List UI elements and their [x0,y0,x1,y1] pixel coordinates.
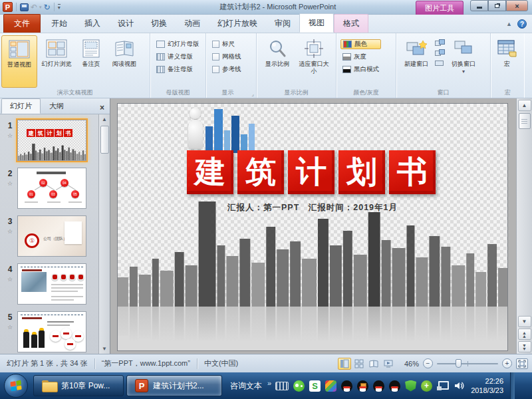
tab-slides[interactable]: 幻灯片 [1,98,41,114]
collapse-ribbon-icon[interactable]: ▲ [506,21,512,27]
sogou-tray-icon[interactable]: S [309,380,321,392]
main-scrollbar[interactable]: ▲ ▼ ▲▲ ▼▼ [516,98,532,354]
notes-page-button[interactable]: 备注页 [76,35,106,88]
reading-view-icon [113,39,136,59]
arrange-all-icon[interactable] [435,39,445,47]
black-white-icon [342,66,351,73]
scroll-down-icon[interactable]: ▼ [100,344,110,354]
taskbar-clock[interactable]: 22:26 2018/3/23 [471,376,503,395]
slide-thumbnail-4[interactable]: 4 ☆ [3,263,97,305]
slide-thumbnail-1[interactable]: 1 ☆ 建 筑 计 划 书 [3,120,97,161]
slide-thumbnail-3[interactable]: 3 ☆ ① 公司（团队）介绍 [3,215,97,257]
tab-insert[interactable]: 插入 [76,15,109,33]
reading-view-shortcut[interactable] [367,358,380,370]
zoom-slider-thumb[interactable] [456,359,462,368]
language-indicator[interactable]: 中文(中国) [198,358,245,368]
tab-view[interactable]: 视图 [299,13,334,33]
redo-icon[interactable]: ↻ [44,3,51,11]
slide-number: 3 [8,217,13,226]
zoom-in-button[interactable]: + [502,358,512,368]
magnifier-icon [267,39,287,59]
taskbar-item-powerpoint[interactable]: P 建筑计划书2... [126,375,222,396]
scrollbar-thumb[interactable] [519,113,531,129]
cascade-icon[interactable] [435,49,445,57]
new-window-icon [405,39,428,59]
help-icon[interactable]: ? [517,19,527,29]
new-window-button[interactable]: 新建窗口 [398,35,435,88]
slide-sorter-button[interactable]: 幻灯片浏览 [37,35,76,88]
security-shield-tray-icon[interactable] [405,380,416,392]
tab-animations[interactable]: 动画 [176,15,209,33]
slideshow-shortcut[interactable] [382,358,395,370]
color-button[interactable]: 颜色 [340,39,381,49]
qq-music-tray-icon[interactable] [357,380,368,392]
ruler-checkbox[interactable]: 标尺 [210,39,243,49]
save-icon[interactable] [20,3,29,11]
scrollbar-thumb[interactable] [100,126,109,154]
keyboard-tray-icon[interactable] [275,382,289,390]
handout-master-button[interactable]: 讲义母版 [154,52,201,62]
slides-panel-scrollbar[interactable]: ▲ ▼ [98,114,110,354]
network-tray-icon[interactable] [437,381,449,390]
scroll-up-icon[interactable]: ▲ [100,114,110,124]
tab-file[interactable]: 文件 [3,14,41,33]
volume-tray-icon[interactable] [454,380,464,391]
tab-outline[interactable]: 大纲 [41,98,72,114]
start-button[interactable] [4,374,28,398]
powerpoint-app-icon[interactable]: P [3,2,13,12]
notes-master-button[interactable]: 备注母版 [154,65,201,74]
previous-slide-button[interactable]: ▲▲ [518,329,531,340]
toolbar-chevron-icon[interactable]: » [267,379,271,387]
taskbar-toolbar-label[interactable]: 咨询文本 [225,380,267,392]
restore-button[interactable] [488,0,506,11]
tab-review[interactable]: 审阅 [266,15,299,33]
guides-checkbox[interactable]: 参考线 [210,65,243,74]
zoom-slider[interactable] [437,363,498,364]
antivirus-tray-icon[interactable] [421,380,432,392]
tab-slideshow[interactable]: 幻灯片放映 [209,15,266,33]
slide-thumbnail-2[interactable]: 2 ☆ 02 04 01 03 05 [3,168,97,209]
fit-slide-button[interactable] [516,358,528,369]
wechat-tray-icon[interactable] [293,380,305,392]
switch-window-button[interactable]: 切换窗口 ▾ [445,35,482,88]
tab-format[interactable]: 格式 [334,14,368,33]
slide-number: 1 [8,121,13,130]
normal-view-shortcut[interactable] [338,358,351,370]
gridlines-checkbox[interactable]: 网格线 [210,52,243,62]
qq-tray-icon[interactable] [389,380,400,392]
undo-dropdown-icon[interactable]: ▾ [39,3,42,11]
slide-thumbnail-5[interactable]: 5 ☆ [3,311,97,352]
reading-view-button[interactable]: 阅读视图 [106,35,142,88]
black-white-button[interactable]: 黑白模式 [340,65,381,74]
tab-transitions[interactable]: 切换 [142,15,176,33]
slide-master-button[interactable]: 幻灯片母版 [154,39,201,49]
slide-master-icon [156,41,165,48]
tab-home[interactable]: 开始 [43,15,76,33]
tab-design[interactable]: 设计 [109,15,142,33]
qq-tray-icon[interactable] [341,380,352,392]
input-method-tray-icon[interactable] [325,380,336,392]
slide-sorter-shortcut[interactable] [352,358,366,370]
taskbar-item-folder[interactable]: 第10章 Pow... [33,375,124,396]
grayscale-button[interactable]: 灰度 [340,52,381,62]
zoom-button[interactable]: 显示比例 [258,35,297,88]
show-desktop-button[interactable] [510,372,515,399]
zoom-out-button[interactable]: − [423,358,433,368]
undo-icon[interactable]: ↶ [31,3,37,11]
macros-button[interactable]: 宏 [492,35,521,88]
scroll-down-icon[interactable]: ▼ [518,316,531,327]
minimize-button[interactable] [470,0,488,11]
next-slide-button[interactable]: ▼▼ [518,341,531,352]
slide-sorter-icon [354,359,364,368]
normal-view-button[interactable]: 普通视图 [1,35,37,88]
move-split-icon[interactable] [435,59,445,67]
close-pane-icon[interactable]: × [96,102,108,114]
qq-tray-icon[interactable] [373,380,384,392]
zoom-percentage[interactable]: 46% [399,360,419,368]
fit-to-window-button[interactable]: 适应窗口大小 [297,35,331,88]
scroll-up-icon[interactable]: ▲ [518,100,531,111]
close-button[interactable]: × [506,0,528,11]
checkbox-icon [212,53,219,61]
dialog-launcher-icon[interactable]: ⌟ [251,91,254,97]
slide-canvas[interactable]: 建 筑 计 划 书 汇报人：第一PPT 汇报时间：2019年1月 [117,103,508,351]
